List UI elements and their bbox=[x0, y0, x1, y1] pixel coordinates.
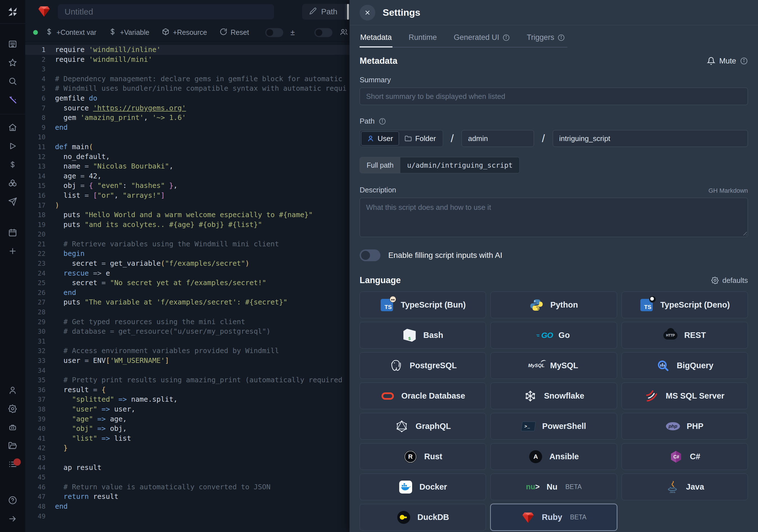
add-variable-button[interactable]: +Variable bbox=[109, 28, 149, 37]
rest-icon: HTTP bbox=[663, 328, 677, 342]
sidebar-item-account[interactable] bbox=[0, 381, 25, 400]
tab-runtime[interactable]: Runtime bbox=[408, 29, 438, 47]
language-card-php[interactable]: phpPHP bbox=[622, 413, 748, 440]
sidebar-item-search[interactable] bbox=[0, 72, 25, 91]
windmill-logo[interactable] bbox=[0, 0, 25, 23]
workers-icon bbox=[8, 423, 17, 433]
language-card-rest[interactable]: HTTPREST bbox=[622, 322, 748, 349]
info-icon bbox=[558, 34, 565, 41]
language-heading: Language bbox=[360, 275, 400, 285]
docker-icon bbox=[399, 480, 413, 494]
language-card-java[interactable]: JavaJava bbox=[622, 474, 748, 500]
sidebar-item-help[interactable] bbox=[0, 492, 25, 510]
language-card-graphql[interactable]: GraphQL bbox=[360, 413, 486, 440]
sidebar-item-audit-logs[interactable] bbox=[0, 456, 25, 474]
sidebar-item-apps[interactable] bbox=[0, 35, 25, 54]
language-card-postgresql[interactable]: PostgreSQL bbox=[360, 352, 486, 379]
path-separator: / bbox=[542, 132, 545, 145]
editor-scrollbar-thumb[interactable] bbox=[347, 4, 349, 20]
sidebar-item-variables[interactable] bbox=[0, 156, 25, 174]
script-title-input[interactable] bbox=[58, 4, 274, 19]
reset-button[interactable]: Reset bbox=[220, 28, 249, 37]
tab-triggers[interactable]: Triggers bbox=[526, 29, 566, 47]
diff-mode-toggle[interactable] bbox=[265, 28, 283, 37]
language-card-oracle-database[interactable]: Oracle Database bbox=[360, 382, 486, 409]
settings-header: Settings bbox=[350, 0, 758, 25]
add-context-var-button[interactable]: +Context var bbox=[45, 28, 96, 37]
java-icon: Java bbox=[665, 480, 679, 494]
sidebar-item-home[interactable] bbox=[0, 119, 25, 137]
multiplayer-toggle[interactable] bbox=[314, 28, 332, 37]
ai-assistant-icon bbox=[8, 95, 17, 105]
close-button[interactable] bbox=[360, 5, 375, 20]
python-icon bbox=[530, 298, 543, 312]
defaults-label: defaults bbox=[722, 276, 748, 285]
owner-input[interactable] bbox=[462, 130, 534, 147]
script-name-input[interactable] bbox=[553, 130, 748, 147]
sidebar-item-workers[interactable] bbox=[0, 418, 25, 437]
language-card-nu[interactable]: nu>NuBETA bbox=[491, 474, 617, 500]
settings-panel: Settings MetadataRuntimeGenerated UITrig… bbox=[350, 0, 758, 532]
sidebar bbox=[0, 0, 25, 532]
bigquery-icon bbox=[656, 359, 670, 373]
summary-label: Summary bbox=[360, 76, 748, 84]
tab-metadata[interactable]: Metadata bbox=[360, 29, 393, 47]
language-card-c-[interactable]: C#C# bbox=[622, 443, 748, 470]
oracle-icon bbox=[381, 389, 395, 403]
nu-icon: nu> bbox=[526, 480, 540, 494]
language-card-ansible[interactable]: AAnsible bbox=[491, 443, 617, 470]
language-card-ms-sql-server[interactable]: MS SQL Server bbox=[622, 382, 748, 409]
full-path-value: u/admin/intriguing_script bbox=[400, 157, 519, 173]
language-card-rust[interactable]: RRust bbox=[360, 443, 486, 470]
sidebar-item-create[interactable] bbox=[0, 242, 25, 261]
runs-icon bbox=[8, 142, 17, 152]
language-card-snowflake[interactable]: Snowflake bbox=[491, 382, 617, 409]
sidebar-item-ai-assistant[interactable] bbox=[0, 91, 25, 110]
csharp-icon: C# bbox=[669, 450, 683, 464]
language-card-bigquery[interactable]: BigQuery bbox=[622, 352, 748, 379]
bun-icon: TS bbox=[380, 298, 394, 312]
favorites-icon bbox=[8, 58, 17, 68]
language-card-ruby[interactable]: RubyBETA bbox=[491, 504, 617, 531]
schedules-icon bbox=[8, 228, 17, 238]
postgresql-icon bbox=[389, 359, 403, 373]
language-defaults-button[interactable]: defaults bbox=[711, 276, 748, 285]
user-icon bbox=[367, 135, 374, 142]
gear-icon bbox=[711, 276, 719, 284]
sidebar-item-folders[interactable] bbox=[0, 437, 25, 456]
language-card-python[interactable]: Python bbox=[491, 292, 617, 318]
language-card-docker[interactable]: Docker bbox=[360, 474, 486, 500]
language-card-typescript-deno-[interactable]: TSTypeScript (Deno) bbox=[622, 292, 748, 318]
language-card-typescript-bun-[interactable]: TSTypeScript (Bun) bbox=[360, 292, 486, 318]
owner-kind-user[interactable]: User bbox=[361, 131, 399, 146]
description-textarea[interactable] bbox=[360, 198, 748, 237]
sidebar-item-resources[interactable] bbox=[0, 174, 25, 193]
users-icon bbox=[340, 28, 348, 37]
sidebar-item-schedules[interactable] bbox=[0, 224, 25, 242]
gh-markdown-hint: GH Markdown bbox=[708, 187, 748, 195]
folder-icon bbox=[404, 135, 412, 142]
language-card-mysql[interactable]: MySQLMySQL bbox=[491, 352, 617, 379]
workspace-settings-icon bbox=[8, 404, 17, 414]
sidebar-item-runs[interactable] bbox=[0, 137, 25, 156]
language-card-bash[interactable]: $Bash bbox=[360, 322, 486, 349]
sidebar-item-expand-sidebar[interactable] bbox=[0, 510, 25, 529]
summary-input[interactable] bbox=[360, 88, 748, 105]
language-card-duckdb[interactable]: DuckDB bbox=[360, 504, 486, 531]
path-label: Path bbox=[360, 117, 375, 125]
sidebar-item-favorites[interactable] bbox=[0, 54, 25, 72]
path-separator: / bbox=[451, 132, 454, 145]
folders-icon bbox=[8, 441, 17, 451]
language-card-powershell[interactable]: >_PowerShell bbox=[491, 413, 617, 440]
sidebar-item-triggers[interactable] bbox=[0, 193, 25, 211]
settings-title: Settings bbox=[383, 7, 420, 18]
variables-icon bbox=[9, 161, 17, 170]
ai-inputs-toggle[interactable] bbox=[360, 249, 380, 261]
add-resource-button[interactable]: +Resource bbox=[162, 28, 207, 37]
owner-kind-folder[interactable]: Folder bbox=[399, 131, 442, 146]
mute-button[interactable]: Mute bbox=[707, 57, 748, 65]
tab-generated-ui[interactable]: Generated UI bbox=[453, 29, 510, 47]
language-card-go[interactable]: GOGo bbox=[491, 322, 617, 349]
sidebar-item-workspace-settings[interactable] bbox=[0, 400, 25, 418]
search-icon bbox=[8, 77, 17, 87]
